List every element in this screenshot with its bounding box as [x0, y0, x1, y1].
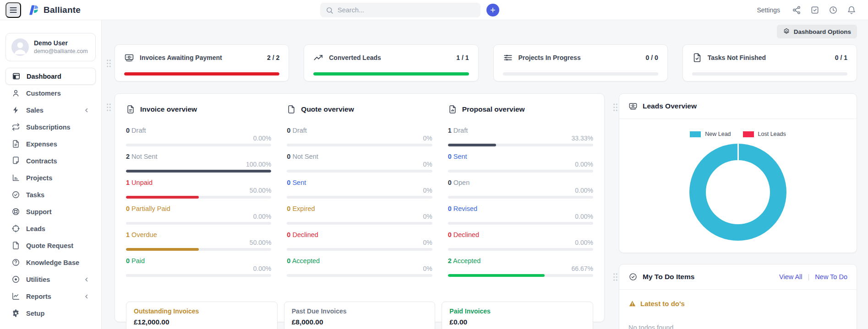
status-count: 0 — [287, 179, 290, 186]
overview-column-proposal-overview: Proposal overview 1 Draft 33.33% 0 Sent … — [448, 105, 593, 283]
sidebar-item-knowledge-base[interactable]: Knowledge Base — [5, 254, 96, 271]
status-count: 0 — [287, 231, 290, 238]
quick-add-button[interactable] — [486, 4, 499, 16]
stat-card-tasks-not-finished[interactable]: Tasks Not Finished 0 / 1 — [682, 44, 857, 81]
projects-icon — [11, 173, 20, 182]
status-row-accepted: 0 Accepted 0% — [287, 257, 432, 277]
status-label: Expired — [292, 205, 315, 212]
sidebar-item-tasks[interactable]: Tasks — [5, 186, 96, 203]
stat-progress-bar — [503, 72, 658, 76]
stat-card-converted-leads[interactable]: Converted Leads 1 / 1 — [304, 44, 478, 81]
settings-link[interactable]: Settings — [757, 6, 780, 14]
drag-handle-icon[interactable] — [612, 272, 619, 282]
legend-swatch — [743, 131, 754, 137]
stat-card-projects-in-progress[interactable]: Projects In Progress 0 / 0 — [493, 44, 668, 81]
drag-handle-icon[interactable] — [105, 59, 112, 68]
status-label: Not Sent — [131, 153, 157, 160]
sidebar-item-utilities[interactable]: Utilities — [5, 271, 96, 288]
invoice-summary-row: Outstanding Invoices £12,000.00 Past Due… — [126, 302, 593, 329]
status-row-declined: 0 Declined 0.00% — [448, 231, 593, 251]
topbar: Balliante Settings — [0, 0, 868, 20]
sidebar-item-expenses[interactable]: Expenses — [5, 135, 96, 152]
status-percent: 0% — [287, 239, 432, 246]
stat-value: 0 / 0 — [646, 54, 658, 61]
status-progress-bar — [126, 248, 271, 251]
brand[interactable]: Balliante — [27, 0, 81, 20]
profile-card[interactable]: Demo User demo@balliante.com — [5, 33, 96, 61]
todo-title: My To Do Items — [643, 273, 774, 281]
warning-icon — [628, 300, 636, 307]
status-row-not-sent: 2 Not Sent 100.00% — [126, 153, 271, 173]
search-input[interactable] — [338, 6, 475, 14]
bell-icon[interactable] — [847, 5, 856, 15]
clock-icon[interactable] — [829, 5, 838, 15]
status-percent: 0% — [287, 135, 432, 142]
todo-empty-text: No todos found — [628, 324, 847, 329]
status-row-overdue: 1 Overdue 50.00% — [126, 231, 271, 251]
drag-handle-icon[interactable] — [105, 102, 112, 112]
repeat-icon — [11, 123, 20, 131]
status-row-sent: 0 Sent 0% — [287, 179, 432, 199]
status-percent: 0.00% — [126, 135, 271, 142]
sidebar-item-contracts[interactable]: Contracts — [5, 152, 96, 169]
sidebar-item-quote-request[interactable]: Quote Request — [5, 237, 96, 254]
share-icon[interactable] — [792, 5, 801, 15]
status-count: 0 — [287, 153, 290, 160]
menu-icon — [9, 5, 18, 15]
summary-label: Outstanding Invoices — [134, 307, 270, 315]
summary-value: £0.00 — [449, 318, 585, 326]
status-count: 0 — [287, 257, 290, 264]
summary-box-paid-invoices: Paid Invoices £0.00 — [442, 302, 593, 329]
sidebar-item-sales[interactable]: Sales — [5, 102, 96, 119]
sidebar-item-setup[interactable]: Setup — [5, 305, 96, 322]
status-row-draft: 0 Draft 0.00% — [126, 127, 271, 146]
legend-item-lost-leads[interactable]: Lost Leads — [743, 131, 786, 137]
status-count: 0 — [287, 127, 290, 134]
status-label: Revised — [453, 205, 477, 212]
status-row-unpaid: 1 Unpaid 50.00% — [126, 179, 271, 199]
status-row-open: 0 Open 0.00% — [448, 179, 593, 199]
stat-card-top: Invoices Awaiting Payment 2 / 2 — [124, 53, 279, 63]
stat-label: Projects In Progress — [519, 54, 640, 61]
stat-progress-bar — [313, 72, 469, 76]
stat-progress-bar — [124, 72, 279, 76]
bolt-icon — [11, 106, 20, 114]
status-row-draft: 0 Draft 0% — [287, 127, 432, 146]
sidebar-item-reports[interactable]: Reports — [5, 288, 96, 305]
summary-value: £8,000.00 — [292, 318, 428, 326]
new-todo-link[interactable]: New To Do — [815, 273, 847, 280]
dashboard-options-button[interactable]: Dashboard Options — [777, 25, 857, 38]
status-count: 2 — [448, 257, 452, 264]
legend-item-new-lead[interactable]: New Lead — [690, 131, 731, 137]
overview-rows: 0 Draft 0% 0 Not Sent 0% 0 Sent 0% 0 Exp… — [287, 127, 432, 277]
overview-rows: 1 Draft 33.33% 0 Sent 0.00% 0 Open 0.00%… — [448, 127, 593, 277]
plus-icon — [489, 6, 497, 14]
file-chart-icon — [448, 105, 457, 114]
sidebar-item-label: Dashboard — [27, 73, 89, 80]
sidebar-item-support[interactable]: Support — [5, 203, 96, 220]
sidebar-item-leads[interactable]: Leads — [5, 220, 96, 237]
status-row-expired: 0 Expired 0% — [287, 205, 432, 225]
status-row-accepted: 2 Accepted 66.67% — [448, 257, 593, 277]
sidebar-item-subscriptions[interactable]: Subscriptions — [5, 119, 96, 135]
status-label: Not Sent — [292, 153, 318, 160]
donut-slice-divider — [737, 144, 739, 161]
status-row-not-sent: 0 Not Sent 0% — [287, 153, 432, 173]
view-all-link[interactable]: View All — [779, 273, 802, 280]
hamburger-menu-button[interactable] — [5, 2, 21, 18]
sidebar-item-customers[interactable]: Customers — [5, 85, 96, 102]
stat-card-invoices-awaiting-payment[interactable]: Invoices Awaiting Payment 2 / 2 — [115, 44, 289, 81]
tasks-checkbox-icon[interactable] — [810, 5, 819, 15]
sidebar-item-projects[interactable]: Projects — [5, 169, 96, 186]
logo-mark-icon — [27, 4, 39, 16]
status-count: 0 — [287, 205, 290, 212]
status-progress-bar — [448, 144, 593, 146]
file-icon — [11, 241, 20, 250]
lifebuoy-icon — [11, 207, 20, 216]
cash-icon — [628, 102, 638, 111]
leads-overview-title: Leads Overview — [643, 102, 847, 110]
sidebar-item-label: Subscriptions — [26, 124, 90, 131]
drag-handle-icon[interactable] — [612, 102, 619, 112]
status-progress-bar — [287, 196, 432, 199]
sidebar-item-dashboard[interactable]: Dashboard — [5, 68, 96, 85]
